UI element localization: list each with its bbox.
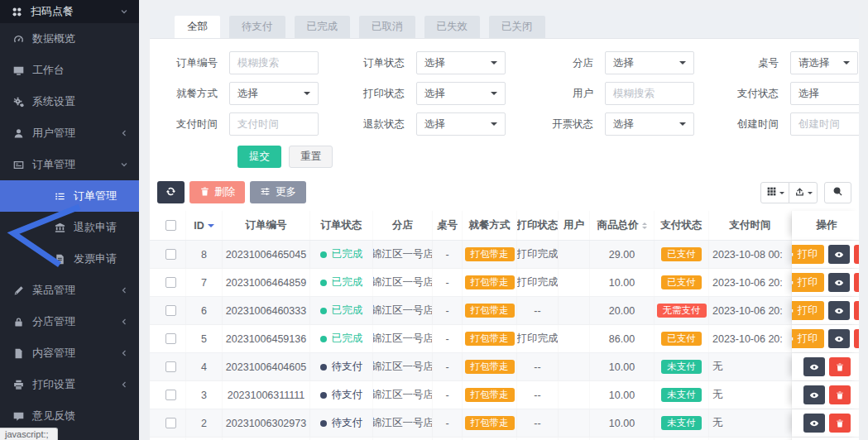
columns-dropdown-button[interactable] [760,182,789,203]
filter-input-用户[interactable]: 模糊搜索 [605,82,694,105]
row-delete-button[interactable] [829,385,851,404]
reset-button[interactable]: 重置 [289,146,333,168]
table-row-3: 320231006311111待支付锦江区一号店-打包带走--10.00未支付无 [150,381,859,409]
cell-print_status: 打印完成 [517,241,559,268]
caret-down-icon [779,192,784,197]
bank-icon [53,221,66,234]
refresh-button[interactable] [157,181,185,203]
select-all-checkbox[interactable] [165,220,176,231]
print-button[interactable]: 打印 [792,329,824,348]
tab-3[interactable]: 已取消 [359,16,415,38]
input-placeholder: 支付时间 [237,117,279,132]
export-dropdown-button[interactable] [789,182,818,203]
row-delete-button[interactable] [854,245,859,264]
sidebar-item-user-3[interactable]: 用户管理 [0,117,139,149]
row-checkbox[interactable] [165,333,176,344]
search-button[interactable] [824,182,851,203]
filter-select-订单状态[interactable]: 选择 [416,51,506,74]
view-button[interactable] [828,301,850,320]
row-checkbox[interactable] [165,305,176,316]
caret-down-icon [679,61,686,68]
print-button[interactable]: 打印 [792,273,824,292]
sidebar-item-desktop-1[interactable]: 工作台 [0,55,139,86]
more-button[interactable]: 更多 [250,181,306,203]
column-label: 打印状态 [517,218,559,232]
sidebar-item-list-5[interactable]: 订单管理 [0,180,139,212]
filter-select-打印状态[interactable]: 选择 [416,82,506,105]
sidebar-item-pen-8[interactable]: 菜品管理 [0,275,139,306]
filter-row-1: 就餐方式选择打印状态选择用户模糊搜索支付状态选择 [158,82,851,105]
chevron-left-icon [119,380,129,390]
cell-actions: 打印 [792,297,859,324]
row-checkbox[interactable] [165,249,176,260]
cell-table_no: - [433,269,463,296]
filter-select-就餐方式[interactable]: 选择 [229,82,319,105]
filter-input-创建时间[interactable]: 创建时间 [790,112,859,136]
tab-1[interactable]: 待支付 [229,16,285,38]
cell-text: 打印完成 [517,247,559,261]
brand[interactable]: 扫码点餐 [0,0,139,23]
row-checkbox[interactable] [165,361,176,372]
row-checkbox[interactable] [165,418,176,428]
tab-5[interactable]: 已关闭 [489,16,545,38]
sidebar-item-lock-9[interactable]: 分店管理 [0,306,139,337]
filter-input-支付时间[interactable]: 支付时间 [229,112,319,136]
column-header-id[interactable]: ID [186,211,223,240]
sidebar-item-label: 订单管理 [32,157,75,172]
view-button[interactable] [828,273,850,292]
status-text: 已完成 [332,275,363,289]
view-button[interactable] [803,385,825,404]
column-header-branch: 分店 [373,211,433,240]
row-delete-button[interactable] [854,329,859,348]
row-delete-button[interactable] [829,357,851,376]
cell-id: 4 [186,353,223,380]
filter-select-开票状态[interactable]: 选择 [605,112,694,136]
row-checkbox[interactable] [165,390,176,400]
row-delete-button[interactable] [854,301,859,320]
sidebar-item-card-4[interactable]: 订单管理 [0,149,139,180]
filter-select-支付状态[interactable]: 选择 [790,82,859,105]
filter-select-分店[interactable]: 选择 [605,51,694,74]
sidebar-item-dashboard-0[interactable]: 数据概览 [0,23,139,55]
view-button[interactable] [828,245,850,264]
invoice-icon [53,252,66,265]
sidebar-item-bank-6[interactable]: 退款申请 [0,212,139,243]
sidebar-item-gears-2[interactable]: 系统设置 [0,86,139,117]
tab-0[interactable]: 全部 [175,16,220,38]
submit-button[interactable]: 提交 [237,146,281,168]
tab-4[interactable]: 已失效 [424,16,481,38]
view-button[interactable] [803,357,825,376]
column-header-total[interactable]: 商品总价 [590,211,655,240]
cell-status: 已完成 [310,241,373,268]
brand-label: 扫码点餐 [31,4,74,19]
filter-input-订单编号[interactable]: 模糊搜索 [229,51,319,74]
view-button[interactable] [803,414,825,433]
filter-select-桌号[interactable]: 请选择 [790,51,858,74]
row-delete-button[interactable] [829,414,851,433]
cell-text: 10.00 [609,361,635,373]
print-button[interactable]: 打印 [792,301,824,320]
filter-row-0: 订单编号模糊搜索订单状态选择分店选择桌号请选择 [158,51,851,74]
print-button[interactable]: 打印 [792,245,824,264]
delete-button[interactable]: 删除 [189,181,245,203]
sidebar-item-invoice-7[interactable]: 发票申请 [0,243,139,275]
sidebar-item-file-10[interactable]: 内容管理 [0,337,139,369]
view-button[interactable] [828,329,850,348]
sidebar-item-label: 意见反馈 [32,409,75,423]
cell-status: 已完成 [310,325,373,352]
cell-text: 4 [201,361,207,373]
status-dot [320,364,327,371]
cell-table_no: - [433,297,463,324]
filter-select-退款状态[interactable]: 选择 [416,112,506,136]
cell-user [559,269,590,296]
sidebar-item-printer-11[interactable]: 打印设置 [0,369,139,400]
cell-check [156,325,186,352]
row-checkbox[interactable] [165,277,176,288]
tab-2[interactable]: 已完成 [295,16,351,38]
brand-icon [10,5,23,18]
row-delete-button[interactable] [854,273,859,292]
printer-icon [792,250,794,260]
cell-actions [792,381,859,409]
cell-text: 无 [712,388,723,402]
cell-order_no: 20231006302973 [223,409,310,437]
